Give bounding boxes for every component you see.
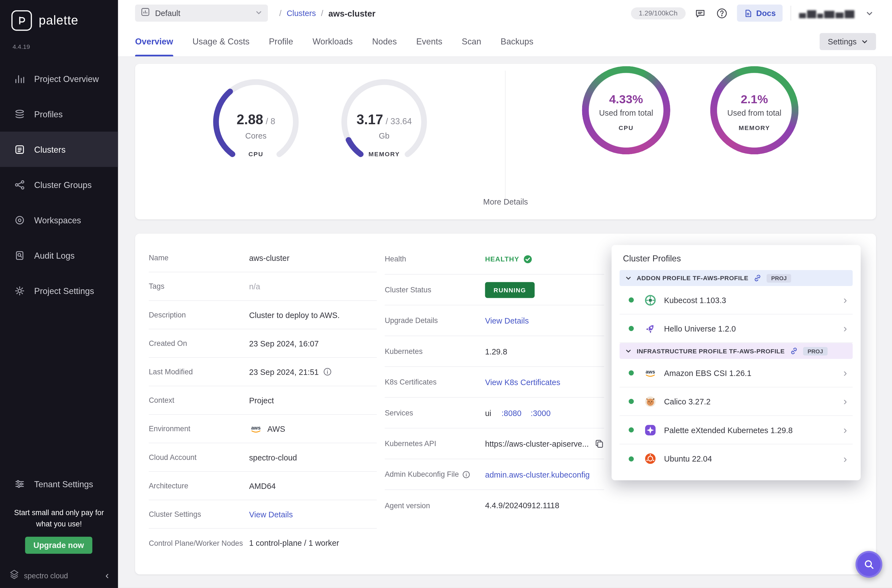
infrastructure-profile-section-header[interactable]: INFRASTRUCTURE PROFILE TF-AWS-PROFILE PR…: [619, 343, 853, 359]
copy-icon[interactable]: [595, 439, 604, 448]
usage-quota-badge: 1.29/100kCh: [631, 7, 685, 19]
sidebar-item-audit-logs[interactable]: Audit Logs: [0, 238, 118, 273]
sidebar-item-workspaces[interactable]: Workspaces: [0, 202, 118, 238]
memory-used: 3.17: [356, 112, 383, 127]
header-actions: 1.29/100kCh Docs: [631, 5, 876, 22]
docs-button[interactable]: Docs: [737, 5, 782, 22]
chat-icon[interactable]: [694, 6, 707, 20]
pack-row-amazon-ebs-csi[interactable]: aws Amazon EBS CSI 1.26.1 ›: [619, 359, 853, 387]
detail-row-kubernetes-api: Kubernetes API https://aws-cluster-apise…: [385, 429, 604, 459]
user-menu-chevron-icon[interactable]: [862, 6, 876, 20]
pack-row-hello-universe[interactable]: Hello Universe 1.2.0 ›: [619, 314, 853, 343]
tab-profile[interactable]: Profile: [269, 26, 293, 56]
tab-nodes[interactable]: Nodes: [372, 26, 397, 56]
sidebar-item-cluster-groups[interactable]: Cluster Groups: [0, 167, 118, 202]
k8s-certificates-link[interactable]: View K8s Certificates: [485, 377, 604, 387]
pack-name: Ubuntu 22.04: [664, 454, 712, 463]
network-icon: [14, 179, 25, 190]
chevron-right-icon: ›: [843, 424, 847, 435]
info-icon[interactable]: [462, 470, 470, 478]
sidebar-item-label: Workspaces: [34, 215, 81, 225]
detail-label: Upgrade Details: [385, 316, 485, 325]
detail-value: 23 Sep 2024, 21:51: [249, 367, 319, 376]
pack-status-dot: [629, 297, 634, 303]
chevron-down-icon: [861, 38, 868, 45]
upgrade-now-button[interactable]: Upgrade now: [25, 537, 93, 554]
project-selector[interactable]: Default: [135, 5, 268, 22]
detail-row-cluster-status: Cluster Status RUNNING: [385, 274, 604, 305]
pack-row-palette-extended-kubernetes[interactable]: Palette eXtended Kubernetes 1.29.8 ›: [619, 416, 853, 444]
spectro-cloud-logo-icon: [9, 569, 20, 582]
brand-logo: palette: [11, 10, 78, 31]
tab-workloads[interactable]: Workloads: [312, 26, 353, 56]
memory-gauge-label: MEMORY: [339, 150, 430, 158]
more-details-button[interactable]: More Details: [135, 197, 876, 206]
running-status-badge: RUNNING: [485, 282, 535, 298]
detail-label: Services: [385, 409, 485, 417]
breadcrumb-clusters-link[interactable]: Clusters: [287, 9, 316, 18]
link-icon: [754, 274, 762, 282]
detail-row-agent-version: Agent version 4.4.9/20240912.1118: [385, 490, 604, 520]
pack-name: Kubecost 1.103.3: [664, 296, 726, 304]
tab-scan[interactable]: Scan: [462, 26, 481, 56]
cluster-tabbar: Overview Usage & Costs Profile Workloads…: [118, 26, 892, 57]
palette-logo-icon: [11, 10, 32, 31]
breadcrumb-separator: /: [321, 9, 323, 18]
settings-button[interactable]: Settings: [820, 33, 876, 50]
section-name: ADDON PROFILE TF-AWS-PROFILE: [637, 274, 748, 282]
pack-name: Calico 3.27.2: [664, 397, 710, 406]
tab-overview[interactable]: Overview: [135, 26, 173, 56]
cpu-usage-donut: 4.33% Used from total CPU: [582, 66, 670, 154]
collapse-sidebar-icon[interactable]: ‹: [105, 570, 109, 581]
addon-profile-section-header[interactable]: ADDON PROFILE TF-AWS-PROFILE PROJ: [619, 270, 853, 286]
card-divider: [505, 70, 506, 201]
pack-row-calico[interactable]: Calico 3.27.2 ›: [619, 387, 853, 416]
chevron-right-icon: ›: [843, 323, 847, 334]
sidebar: palette 4.4.19 Project Overview Profiles: [0, 0, 118, 588]
tab-events[interactable]: Events: [416, 26, 442, 56]
detail-label: Environment: [149, 424, 249, 433]
sliders-icon: [14, 478, 25, 489]
detail-row-created-on: Created On 23 Sep 2024, 16:07: [149, 329, 377, 358]
cluster-settings-link[interactable]: View Details: [249, 510, 377, 519]
palette-pxk-icon: [643, 423, 657, 437]
sidebar-item-profiles[interactable]: Profiles: [0, 96, 118, 132]
sidebar-bottom-nav: Tenant Settings: [0, 466, 118, 501]
cpu-donut-label: CPU: [582, 124, 670, 131]
audit-logs-icon: [14, 249, 25, 261]
cpu-donut-caption: Used from total: [582, 108, 670, 117]
info-icon[interactable]: [323, 368, 332, 376]
sidebar-item-clusters[interactable]: Clusters: [0, 132, 118, 167]
floating-search-button[interactable]: [856, 551, 882, 578]
service-port-link[interactable]: :8080: [502, 408, 521, 417]
project-selector-value: Default: [155, 9, 180, 18]
memory-gauge-value: 3.17 / 33.64: [339, 112, 430, 128]
detail-row-name: Name aws-cluster: [149, 244, 377, 272]
chevron-down-icon: [625, 275, 632, 281]
sidebar-item-tenant-settings[interactable]: Tenant Settings: [0, 466, 118, 501]
sidebar-item-project-settings[interactable]: Project Settings: [0, 273, 118, 308]
pack-row-ubuntu[interactable]: Ubuntu 22.04 ›: [619, 444, 853, 473]
chevron-right-icon: ›: [843, 368, 847, 378]
cluster-profiles-panel: Cluster Profiles ADDON PROFILE TF-AWS-PR…: [612, 245, 861, 480]
pack-row-kubecost[interactable]: Kubecost 1.103.3 ›: [619, 286, 853, 314]
footer-brand-name: spectro cloud: [24, 571, 68, 580]
svg-text:aws: aws: [251, 425, 261, 430]
help-icon[interactable]: [715, 6, 729, 20]
cpu-total: / 8: [266, 116, 275, 126]
pack-name: Palette eXtended Kubernetes 1.29.8: [664, 425, 793, 435]
app-root: palette 4.4.19 Project Overview Profiles: [0, 0, 892, 588]
health-status-badge: HEALTHY: [485, 255, 519, 263]
service-port-link[interactable]: :3000: [530, 408, 550, 417]
detail-label: Tags: [149, 282, 249, 291]
kubeconfig-download-link[interactable]: admin.aws-cluster.kubeconfig: [485, 470, 604, 479]
breadcrumb-current: aws-cluster: [328, 8, 375, 18]
tab-backups[interactable]: Backups: [501, 26, 533, 56]
memory-total: / 33.64: [386, 116, 412, 126]
service-name: ui: [485, 408, 491, 417]
detail-label: Name: [149, 254, 249, 262]
upgrade-details-link[interactable]: View Details: [485, 316, 604, 325]
tab-usage-costs[interactable]: Usage & Costs: [192, 26, 249, 56]
sidebar-item-project-overview[interactable]: Project Overview: [0, 61, 118, 96]
detail-row-context: Context Project: [149, 386, 377, 415]
